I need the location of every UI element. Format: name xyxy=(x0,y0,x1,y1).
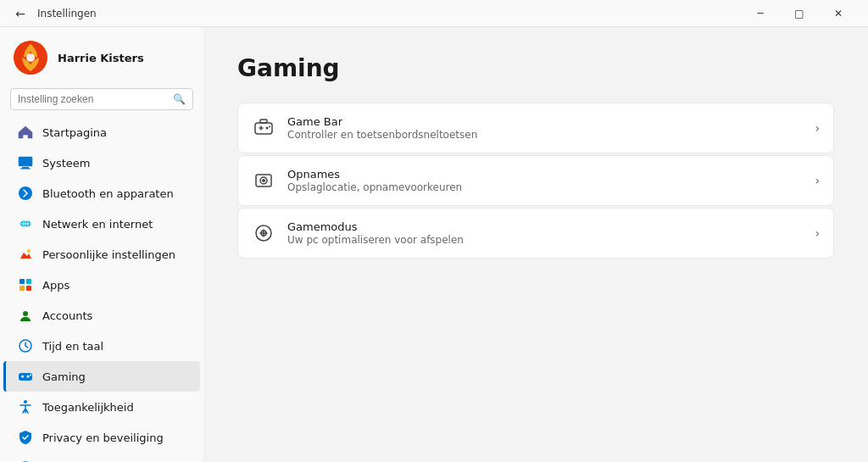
page-title: Gaming xyxy=(237,54,834,82)
svg-point-27 xyxy=(266,127,269,130)
settings-item-text: Opnames Opslaglocatie, opnamevoorkeuren xyxy=(287,168,803,193)
network-icon xyxy=(17,215,34,232)
svg-point-5 xyxy=(19,186,32,200)
capture-icon xyxy=(252,169,275,192)
sidebar-item-apps[interactable]: Apps xyxy=(3,270,200,300)
sidebar-item-netwerk[interactable]: Netwerk en internet xyxy=(3,209,200,239)
chevron-right-icon: › xyxy=(815,174,820,187)
sidebar-item-label: Privacy en beveiliging xyxy=(42,431,164,444)
chevron-right-icon: › xyxy=(815,226,820,240)
close-button[interactable]: ✕ xyxy=(819,0,858,27)
svg-rect-24 xyxy=(260,120,267,123)
app-body: Harrie Kisters 🔍 Startpagina xyxy=(0,27,868,462)
avatar xyxy=(14,41,47,75)
svg-rect-16 xyxy=(19,373,32,381)
svg-rect-11 xyxy=(26,279,31,284)
bluetooth-icon xyxy=(17,185,34,202)
sidebar-item-systeem[interactable]: Systeem xyxy=(3,148,200,178)
sidebar-item-label: Startpagina xyxy=(42,126,107,139)
settings-item-title: Game Bar xyxy=(287,115,803,128)
settings-item-subtitle: Controller en toetsenbordsneltoetsen xyxy=(287,129,803,141)
back-button[interactable]: ← xyxy=(10,3,31,24)
gamebar-icon xyxy=(252,116,275,140)
personalize-icon xyxy=(17,246,34,263)
settings-item-subtitle: Uw pc optimaliseren voor afspelen xyxy=(287,234,803,246)
settings-item-gamebar[interactable]: Game Bar Controller en toetsenbordsnelto… xyxy=(237,103,834,153)
sidebar-item-label: Persoonlijke instellingen xyxy=(42,248,175,261)
user-section[interactable]: Harrie Kisters xyxy=(0,27,203,85)
privacy-icon xyxy=(17,429,34,446)
maximize-button[interactable]: □ xyxy=(780,0,819,27)
sidebar-item-label: Systeem xyxy=(42,157,90,170)
accessibility-icon xyxy=(17,398,34,415)
apps-icon xyxy=(17,276,34,293)
window-controls: ─ □ ✕ xyxy=(741,0,858,27)
search-input[interactable] xyxy=(18,93,168,105)
svg-rect-2 xyxy=(19,157,32,166)
main-content: Gaming Game Bar Controller en toe xyxy=(203,27,868,462)
user-name: Harrie Kisters xyxy=(58,52,144,64)
sidebar-item-label: Apps xyxy=(42,279,70,292)
sidebar: Harrie Kisters 🔍 Startpagina xyxy=(0,27,203,462)
sidebar-item-bluetooth[interactable]: Bluetooth en apparaten xyxy=(3,178,200,209)
svg-point-14 xyxy=(23,311,28,316)
sidebar-item-windows-update[interactable]: Windows Update xyxy=(3,453,200,462)
gaming-icon xyxy=(17,368,34,385)
titlebar-title: Instellingen xyxy=(37,8,97,19)
svg-point-21 xyxy=(24,400,27,404)
settings-item-title: Opnames xyxy=(287,168,803,181)
sidebar-item-label: Accounts xyxy=(42,309,92,322)
sidebar-item-label: Tijd en taal xyxy=(42,340,103,353)
svg-point-18 xyxy=(30,375,31,376)
titlebar: ← Instellingen ─ □ ✕ xyxy=(0,0,868,27)
sidebar-item-label: Netwerk en internet xyxy=(42,218,153,231)
sidebar-item-persoonlijk[interactable]: Persoonlijke instellingen xyxy=(3,239,200,270)
svg-rect-13 xyxy=(26,286,31,291)
settings-item-gamemodus[interactable]: Gamemodus Uw pc optimaliseren voor afspe… xyxy=(237,208,834,259)
sidebar-item-privacy[interactable]: Privacy en beveiliging xyxy=(3,422,200,453)
svg-point-17 xyxy=(27,376,30,378)
settings-item-opnames[interactable]: Opnames Opslaglocatie, opnamevoorkeuren … xyxy=(237,155,834,206)
svg-rect-23 xyxy=(255,123,272,134)
svg-point-31 xyxy=(262,179,265,182)
svg-rect-10 xyxy=(19,279,25,284)
sidebar-item-tijd[interactable]: Tijd en taal xyxy=(3,331,200,361)
svg-point-1 xyxy=(26,53,35,62)
sidebar-item-accounts[interactable]: Accounts xyxy=(3,300,200,331)
sidebar-item-label: Bluetooth en apparaten xyxy=(42,187,174,200)
settings-item-text: Game Bar Controller en toetsenbordsnelto… xyxy=(287,115,803,141)
sidebar-item-toegankelijkheid[interactable]: Toegankelijkheid xyxy=(3,392,200,422)
settings-item-text: Gamemodus Uw pc optimaliseren voor afspe… xyxy=(287,220,803,246)
system-icon xyxy=(17,154,34,171)
home-icon xyxy=(17,124,34,141)
titlebar-left: ← Instellingen xyxy=(10,3,97,24)
gamemode-icon xyxy=(252,221,275,245)
sidebar-item-label: Toegankelijkheid xyxy=(42,401,134,414)
svg-rect-20 xyxy=(22,376,24,378)
svg-rect-4 xyxy=(20,169,31,170)
svg-rect-12 xyxy=(19,286,25,291)
search-icon: 🔍 xyxy=(173,93,186,105)
settings-item-subtitle: Opslaglocatie, opnamevoorkeuren xyxy=(287,181,803,193)
chevron-right-icon: › xyxy=(815,121,820,135)
minimize-button[interactable]: ─ xyxy=(741,0,780,27)
svg-point-28 xyxy=(269,126,270,128)
svg-point-9 xyxy=(27,249,31,253)
nav-list: Startpagina Systeem xyxy=(0,117,203,462)
sidebar-item-gaming[interactable]: Gaming xyxy=(3,361,200,392)
accounts-icon xyxy=(17,307,34,324)
settings-item-title: Gamemodus xyxy=(287,220,803,233)
sidebar-item-startpagina[interactable]: Startpagina xyxy=(3,117,200,148)
time-icon xyxy=(17,337,34,354)
search-box[interactable]: 🔍 xyxy=(10,88,193,110)
sidebar-item-label: Gaming xyxy=(42,370,86,383)
settings-list: Game Bar Controller en toetsenbordsnelto… xyxy=(237,103,834,259)
